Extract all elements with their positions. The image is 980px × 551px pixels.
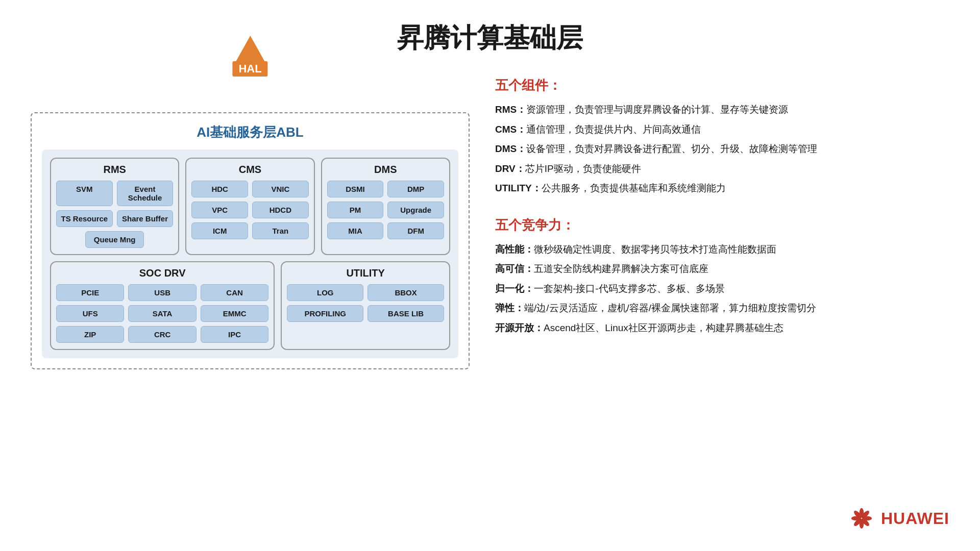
- module-utility-title: UTILITY: [287, 267, 444, 279]
- chip-pm: PM: [327, 202, 384, 218]
- module-rms-title: RMS: [56, 164, 173, 176]
- chip-can: CAN: [201, 284, 268, 301]
- chip-tran: Tran: [252, 222, 309, 239]
- main-content: HAL AI基础服务层ABL RMS SVM Event S: [0, 71, 980, 369]
- drv-desc: DRV：芯片IP驱动，负责使能硬件: [495, 162, 949, 177]
- cms-chip-grid: HDC VNIC VPC HDCD ICM Tran: [191, 181, 308, 239]
- chip-hdcd: HDCD: [252, 202, 309, 218]
- diagram-wrapper: HAL AI基础服务层ABL RMS SVM Event S: [31, 71, 470, 369]
- module-dms-title: DMS: [327, 164, 444, 176]
- chip-mia: MIA: [327, 222, 384, 239]
- chip-dmp: DMP: [387, 181, 444, 197]
- rms-desc: RMS：资源管理，负责管理与调度昇腾设备的计算、显存等关键资源: [495, 103, 949, 117]
- chip-upgrade: Upgrade: [387, 202, 444, 218]
- cms-desc: CMS：通信管理，负责提供片内、片间高效通信: [495, 122, 949, 137]
- huawei-logo: HUAWEI: [849, 506, 949, 531]
- bottom-module-row: SOC DRV PCIE USB CAN UFS SATA EMMC ZIP C…: [50, 261, 450, 350]
- module-rms: RMS SVM Event Schedule TS Resource Share…: [50, 158, 179, 255]
- module-socdrv: SOC DRV PCIE USB CAN UFS SATA EMMC ZIP C…: [50, 261, 275, 350]
- utility-desc: UTILITY：公共服务，负责提供基础库和系统维测能力: [495, 181, 949, 196]
- chip-log: LOG: [287, 284, 363, 301]
- rms-chip-grid: SVM Event Schedule TS Resource Share Buf…: [56, 181, 173, 248]
- huawei-flower-icon: [849, 506, 874, 531]
- huawei-logo-text: HUAWEI: [881, 509, 949, 528]
- chip-share-buffer: Share Buffer: [117, 210, 174, 227]
- adv-opensource: 开源开放：Ascend社区、Linux社区开源两步走，构建昇腾基础生态: [495, 321, 949, 336]
- top-module-row: RMS SVM Event Schedule TS Resource Share…: [50, 158, 450, 255]
- module-cms: CMS HDC VNIC VPC HDCD ICM Tran: [185, 158, 314, 255]
- diagram-area: HAL AI基础服务层ABL RMS SVM Event S: [31, 71, 470, 369]
- module-dms: DMS DSMI DMP PM Upgrade MIA DFM: [321, 158, 450, 255]
- inner-gray-area: RMS SVM Event Schedule TS Resource Share…: [42, 149, 458, 358]
- chip-profiling: PROFILING: [287, 305, 363, 322]
- hal-arrow-container: HAL: [232, 36, 267, 77]
- chip-event-schedule: Event Schedule: [117, 181, 174, 206]
- chip-ipc: IPC: [201, 326, 268, 343]
- chip-baselib: BASE LIB: [368, 305, 444, 322]
- utility-chip-grid: LOG BBOX PROFILING BASE LIB: [287, 284, 444, 322]
- chip-zip: ZIP: [56, 326, 124, 343]
- outer-dashed-box: AI基础服务层ABL RMS SVM Event Schedule TS Res…: [31, 112, 470, 369]
- hal-label: HAL: [232, 61, 267, 77]
- adv-elastic: 弹性：端/边/云灵活适应，虚机/容器/裸金属快速部署，算力细粒度按需切分: [495, 301, 949, 316]
- chip-pcie: PCIE: [56, 284, 124, 301]
- chip-ufs: UFS: [56, 305, 124, 322]
- chip-vpc: VPC: [191, 202, 248, 218]
- chip-queue-mng: Queue Mng: [85, 231, 144, 248]
- five-advantages-title: 五个竞争力：: [495, 216, 949, 234]
- chip-emmc: EMMC: [201, 305, 268, 322]
- chip-sata: SATA: [128, 305, 196, 322]
- chip-svm: SVM: [56, 181, 113, 206]
- dms-desc: DMS：设备管理，负责对昇腾设备进行配置、切分、升级、故障检测等管理: [495, 142, 949, 157]
- chip-crc: CRC: [128, 326, 196, 343]
- hal-arrow-icon: [236, 36, 264, 61]
- adv-unified: 归一化：一套架构-接口-代码支撑多芯、多板、多场景: [495, 282, 949, 296]
- socdrv-chip-grid: PCIE USB CAN UFS SATA EMMC ZIP CRC IPC: [56, 284, 268, 343]
- adv-reliability: 高可信：五道安全防线构建昇腾解决方案可信底座: [495, 262, 949, 277]
- page-title: 昇腾计算基础层: [0, 0, 980, 56]
- abl-label: AI基础服务层ABL: [42, 123, 458, 141]
- dms-chip-grid: DSMI DMP PM Upgrade MIA DFM: [327, 181, 444, 239]
- chip-icm: ICM: [191, 222, 248, 239]
- module-socdrv-title: SOC DRV: [56, 267, 268, 279]
- adv-performance: 高性能：微秒级确定性调度、数据零拷贝等技术打造高性能数据面: [495, 242, 949, 257]
- chip-vnic: VNIC: [252, 181, 309, 197]
- chip-hdc: HDC: [191, 181, 248, 197]
- chip-usb: USB: [128, 284, 196, 301]
- chip-dfm: DFM: [387, 222, 444, 239]
- chip-dsmi: DSMI: [327, 181, 384, 197]
- five-components-title: 五个组件：: [495, 77, 949, 94]
- chip-bbox: BBOX: [368, 284, 444, 301]
- module-cms-title: CMS: [191, 164, 308, 176]
- chip-ts-resource: TS Resource: [56, 210, 113, 227]
- info-panel: 五个组件： RMS：资源管理，负责管理与调度昇腾设备的计算、显存等关键资源 CM…: [495, 71, 949, 340]
- module-utility: UTILITY LOG BBOX PROFILING BASE LIB: [281, 261, 450, 350]
